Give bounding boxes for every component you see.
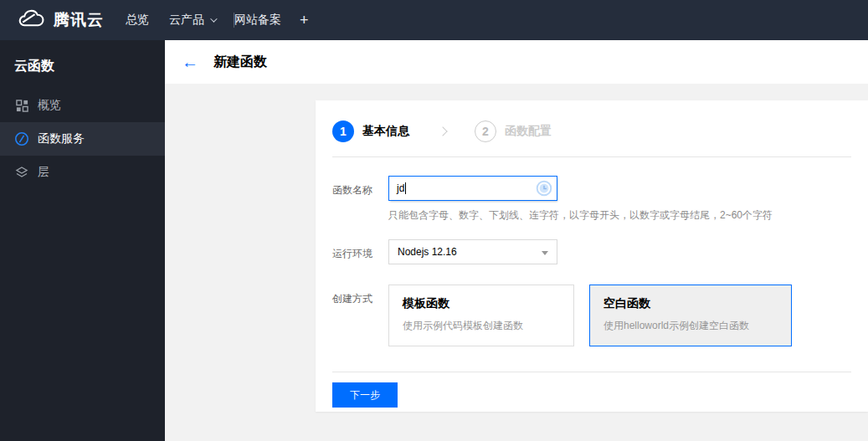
step-1-label: 基本信息 — [362, 124, 409, 139]
function-name-input[interactable]: jd — [388, 176, 557, 201]
method-card-desc: 使用示例代码模板创建函数 — [403, 319, 560, 333]
step-indicator: 1 基本信息 2 函数配置 — [316, 100, 868, 142]
sidebar-title: 云函数 — [0, 40, 165, 75]
top-nav: 腾讯云 总览 云产品 网站备案 + — [0, 0, 868, 40]
tencent-cloud-logo-icon — [17, 9, 45, 32]
divider — [332, 156, 851, 157]
method-card-blank[interactable]: 空白函数 使用helloworld示例创建空白函数 — [589, 285, 792, 346]
function-name-hint: 只能包含字母、数字、下划线、连字符，以字母开头，以数字或字母结尾，2~60个字符 — [388, 208, 773, 223]
next-step-button[interactable]: 下一步 — [332, 382, 398, 408]
function-name-value: jd — [397, 182, 404, 194]
chevron-down-icon — [210, 15, 217, 22]
add-tab-icon[interactable]: + — [300, 12, 309, 29]
sidebar-item-label: 函数服务 — [38, 131, 85, 146]
step-1-circle: 1 — [332, 121, 354, 142]
grid-icon — [14, 98, 29, 113]
app-window: 腾讯云 总览 云产品 网站备案 + 云函数 — [0, 0, 868, 441]
runtime-value: Nodejs 12.16 — [398, 246, 457, 258]
chevron-right-icon — [438, 126, 447, 136]
brand-logo[interactable]: 腾讯云 — [17, 9, 104, 32]
nav-item-icp[interactable]: 网站备案 — [234, 13, 281, 28]
clock-icon — [536, 180, 552, 199]
sidebar-item-label: 层 — [38, 165, 49, 180]
content-area: 1 基本信息 2 函数配置 函数名称 jd — [165, 84, 868, 441]
sidebar-item-overview[interactable]: 概览 — [0, 89, 165, 122]
divider — [332, 372, 851, 372]
method-card-template[interactable]: 模板函数 使用示例代码模板创建函数 — [388, 285, 574, 346]
runtime-select[interactable]: Nodejs 12.16 — [388, 239, 557, 264]
runtime-label: 运行环境 — [332, 239, 388, 264]
scf-icon — [14, 131, 29, 146]
basic-info-form: 函数名称 jd — [316, 176, 868, 346]
sidebar: 云函数 概览 — [0, 40, 165, 441]
page-title: 新建函数 — [213, 54, 267, 71]
back-arrow-icon[interactable]: ← — [182, 54, 198, 70]
method-card-title: 模板函数 — [403, 296, 560, 311]
text-cursor — [405, 182, 406, 194]
step-2-label: 函数配置 — [505, 124, 552, 139]
method-card-title: 空白函数 — [603, 296, 778, 311]
create-function-card: 1 基本信息 2 函数配置 函数名称 jd — [316, 100, 868, 412]
nav-item-overview[interactable]: 总览 — [126, 13, 149, 28]
brand-name: 腾讯云 — [54, 9, 104, 31]
method-card-desc: 使用helloworld示例创建空白函数 — [603, 319, 778, 333]
sidebar-item-label: 概览 — [38, 98, 61, 113]
nav-item-products[interactable]: 云产品 — [169, 13, 215, 28]
sidebar-item-function-service[interactable]: 函数服务 — [0, 122, 165, 156]
dropdown-arrow-icon — [542, 251, 548, 255]
page-header: ← 新建函数 — [165, 40, 868, 84]
sidebar-item-layers[interactable]: 层 — [0, 156, 165, 189]
method-label: 创建方式 — [332, 285, 388, 346]
function-name-label: 函数名称 — [332, 176, 388, 223]
layers-icon — [14, 165, 29, 180]
step-2-circle: 2 — [475, 121, 496, 142]
